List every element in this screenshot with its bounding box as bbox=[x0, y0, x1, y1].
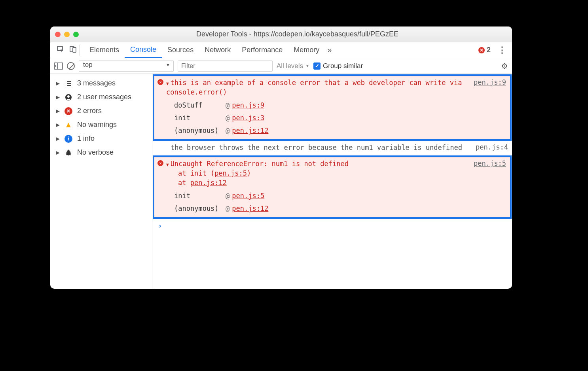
stack-frame: init@pen.js:3 bbox=[174, 112, 506, 124]
tab-memory[interactable]: Memory bbox=[288, 42, 325, 58]
error-count-badge[interactable]: ✕ 2 bbox=[478, 46, 491, 54]
expand-icon: ▶ bbox=[56, 94, 60, 100]
stack-trace: doStuff@pen.js:9 init@pen.js:3 (anonymou… bbox=[174, 99, 506, 137]
sidebar-toggle-icon[interactable] bbox=[54, 62, 63, 70]
source-link[interactable]: pen.js:12 bbox=[232, 124, 268, 137]
source-link[interactable]: pen.js:5 bbox=[232, 189, 264, 202]
devtools-window: Developer Tools - https://codepen.io/kay… bbox=[50, 26, 512, 289]
expand-icon: ▶ bbox=[56, 122, 60, 128]
sidebar-item-label: 2 errors bbox=[77, 107, 102, 115]
expand-icon: ▶ bbox=[56, 136, 60, 142]
stack-trace: init@pen.js:5 (anonymous)@pen.js:12 bbox=[174, 189, 506, 215]
minimize-window-button[interactable] bbox=[64, 32, 70, 37]
window-title: Developer Tools - https://codepen.io/kay… bbox=[87, 30, 507, 38]
console-output[interactable]: ✕ ▼this is an example of a console error… bbox=[152, 74, 512, 289]
menu-button[interactable]: ⋮ bbox=[496, 45, 508, 55]
stack-frame: (anonymous)@pen.js:12 bbox=[174, 124, 506, 137]
sidebar-item-user-messages[interactable]: ▶2 user messages bbox=[50, 90, 152, 104]
context-selector[interactable]: top bbox=[79, 61, 174, 72]
svg-point-14 bbox=[68, 150, 70, 151]
error-icon: ✕ bbox=[478, 47, 485, 53]
more-tabs-button[interactable]: » bbox=[327, 45, 332, 55]
highlight-box: ✕ ▼this is an example of a console error… bbox=[153, 74, 512, 141]
source-link[interactable]: pen.js:3 bbox=[232, 112, 264, 124]
stack-frame: init@pen.js:5 bbox=[174, 189, 506, 202]
warning-icon: ▲ bbox=[64, 121, 72, 129]
source-link[interactable]: pen.js:5 bbox=[214, 169, 247, 177]
message-text: Uncaught ReferenceError: num1 is not def… bbox=[171, 160, 349, 168]
console-prompt[interactable]: › bbox=[152, 219, 512, 232]
error-icon: ✕ bbox=[157, 79, 163, 85]
message-text: the browser throws the next error becaus… bbox=[171, 143, 471, 153]
tab-network[interactable]: Network bbox=[199, 42, 236, 58]
console-sidebar: ▶3 messages ▶2 user messages ▶✕2 errors … bbox=[50, 74, 152, 289]
filter-input[interactable] bbox=[178, 61, 273, 72]
tab-strip: Elements Console Sources Network Perform… bbox=[50, 42, 512, 58]
zoom-window-button[interactable] bbox=[73, 32, 79, 37]
info-icon: i bbox=[64, 135, 72, 143]
source-link[interactable]: pen.js:9 bbox=[474, 78, 506, 97]
console-toolbar: top All levels ✓ Group similar ⚙ bbox=[50, 58, 512, 74]
tab-elements[interactable]: Elements bbox=[84, 42, 125, 58]
content-area: ▶3 messages ▶2 user messages ▶✕2 errors … bbox=[50, 74, 512, 289]
sidebar-item-label: 1 info bbox=[77, 134, 95, 143]
checkbox-checked-icon: ✓ bbox=[313, 62, 321, 70]
source-link[interactable]: pen.js:9 bbox=[232, 99, 264, 112]
error-count: 2 bbox=[487, 46, 491, 54]
sidebar-item-verbose[interactable]: ▶No verbose bbox=[50, 146, 152, 159]
source-link[interactable]: pen.js:4 bbox=[476, 143, 508, 153]
stack-frame: (anonymous)@pen.js:12 bbox=[174, 202, 506, 215]
sidebar-item-label: 3 messages bbox=[77, 79, 116, 87]
source-link[interactable]: pen.js:12 bbox=[232, 202, 268, 215]
sidebar-item-label: 2 user messages bbox=[77, 93, 131, 101]
traffic-lights bbox=[55, 32, 79, 37]
svg-line-19 bbox=[66, 154, 67, 155]
settings-gear-icon[interactable]: ⚙ bbox=[501, 61, 508, 71]
expand-icon: ▶ bbox=[56, 108, 60, 114]
clear-console-button[interactable] bbox=[67, 62, 75, 70]
error-icon: ✕ bbox=[64, 107, 72, 115]
sidebar-item-messages[interactable]: ▶3 messages bbox=[50, 76, 152, 90]
group-similar-label: Group similar bbox=[323, 62, 363, 70]
sidebar-item-warnings[interactable]: ▶▲No warnings bbox=[50, 118, 152, 132]
message-text: this is an example of a console error th… bbox=[166, 79, 462, 96]
tab-console[interactable]: Console bbox=[125, 43, 162, 58]
group-similar-toggle[interactable]: ✓ Group similar bbox=[313, 62, 363, 70]
highlight-box: ✕ ▼Uncaught ReferenceError: num1 is not … bbox=[153, 155, 512, 219]
inspect-element-icon[interactable] bbox=[57, 45, 64, 55]
sidebar-item-label: No warnings bbox=[77, 121, 117, 129]
console-log-message[interactable]: the browser throws the next error becaus… bbox=[152, 141, 512, 155]
collapse-icon[interactable]: ▼ bbox=[166, 81, 169, 86]
expand-icon: ▶ bbox=[56, 150, 60, 155]
svg-rect-2 bbox=[73, 47, 76, 52]
console-error-message[interactable]: ✕ ▼this is an example of a console error… bbox=[154, 76, 510, 139]
sidebar-item-errors[interactable]: ▶✕2 errors bbox=[50, 104, 152, 118]
stack-frame: doStuff@pen.js:9 bbox=[174, 99, 506, 112]
source-link[interactable]: pen.js:5 bbox=[474, 159, 506, 187]
tab-sources[interactable]: Sources bbox=[162, 42, 199, 58]
levels-dropdown[interactable]: All levels bbox=[277, 62, 309, 70]
expand-icon: ▶ bbox=[56, 80, 60, 86]
console-error-message[interactable]: ✕ ▼Uncaught ReferenceError: num1 is not … bbox=[154, 157, 510, 217]
svg-point-12 bbox=[67, 95, 70, 98]
svg-rect-3 bbox=[55, 63, 63, 69]
context-value: top bbox=[83, 61, 93, 68]
tab-performance[interactable]: Performance bbox=[236, 42, 288, 58]
svg-line-20 bbox=[70, 154, 71, 155]
collapse-icon[interactable]: ▼ bbox=[166, 162, 169, 167]
svg-line-15 bbox=[66, 152, 67, 152]
source-link[interactable]: pen.js:12 bbox=[190, 179, 227, 187]
error-icon: ✕ bbox=[157, 160, 163, 166]
titlebar: Developer Tools - https://codepen.io/kay… bbox=[50, 26, 512, 42]
sidebar-item-info[interactable]: ▶i1 info bbox=[50, 132, 152, 146]
sidebar-item-label: No verbose bbox=[77, 148, 114, 157]
close-window-button[interactable] bbox=[55, 32, 61, 37]
svg-line-16 bbox=[70, 152, 71, 152]
device-toolbar-icon[interactable] bbox=[69, 45, 77, 55]
